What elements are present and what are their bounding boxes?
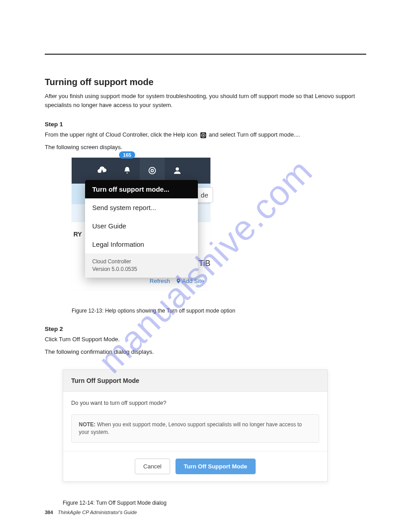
svg-point-4 bbox=[151, 169, 154, 172]
section-title: Turning off support mode bbox=[45, 77, 366, 87]
step1-text-b: and select Turn off support mode.... bbox=[209, 131, 300, 138]
dialog-note-body: When you exit support mode, Lenovo suppo… bbox=[79, 421, 302, 435]
help-menu-screenshot: 165 de 26 TiB Turn off support mode... S… bbox=[72, 158, 210, 290]
help-icon bbox=[200, 132, 206, 138]
menu-send-system-report[interactable]: Send system report... bbox=[85, 198, 198, 217]
step1-text-a: From the upper right of Cloud Controller… bbox=[45, 131, 197, 138]
step1-heading: Step 1 bbox=[45, 121, 366, 128]
figure-caption-1: Figure 12-13: Help options showing the T… bbox=[72, 308, 366, 314]
product-version: Version 5.0.0.0535 bbox=[92, 266, 191, 273]
dialog-body: Do you want to turn off support mode? NO… bbox=[63, 392, 327, 451]
step2-text2: The following confirmation dialog displa… bbox=[45, 348, 366, 356]
row-left-fragment: RY bbox=[72, 231, 84, 238]
add-site-link[interactable]: Add Site bbox=[176, 278, 204, 284]
intro-paragraph: After you finish using support mode for … bbox=[45, 92, 366, 109]
page-footer: 384 ThinkAgile CP Administrator's Guide bbox=[45, 510, 137, 515]
menu-user-guide[interactable]: User Guide bbox=[85, 217, 198, 235]
step1-text: From the upper right of Cloud Controller… bbox=[45, 130, 366, 139]
notifications-count-badge: 165 bbox=[119, 151, 135, 159]
help-dropdown-menu: Turn off support mode... Send system rep… bbox=[85, 180, 198, 278]
turn-off-support-dialog: Turn Off Support Mode Do you want to tur… bbox=[63, 369, 328, 482]
svg-point-5 bbox=[176, 167, 179, 171]
menu-version-footer: Cloud Controller Version 5.0.0.0535 bbox=[85, 253, 198, 278]
menu-turn-off-support-mode[interactable]: Turn off support mode... bbox=[85, 180, 198, 198]
doc-title: ThinkAgile CP Administrator's Guide bbox=[58, 510, 137, 515]
step2-text: Click Turn Off Support Mode. bbox=[45, 335, 366, 344]
dialog-title: Turn Off Support Mode bbox=[63, 370, 327, 392]
add-site-label: Add Site bbox=[182, 278, 204, 284]
cancel-button[interactable]: Cancel bbox=[135, 459, 170, 474]
menu-legal-information[interactable]: Legal Information bbox=[85, 235, 198, 253]
dialog-note: NOTE: When you exit support mode, Lenovo… bbox=[71, 414, 319, 443]
dialog-note-label: NOTE: bbox=[79, 421, 95, 428]
step1-text2: The following screen displays. bbox=[45, 143, 366, 152]
page-number: 384 bbox=[45, 510, 56, 515]
truncated-mode-button: de bbox=[196, 187, 213, 203]
figure-caption-2: Figure 12-14: Turn Off Support Mode dial… bbox=[63, 500, 366, 506]
step2-heading: Step 2 bbox=[45, 326, 366, 332]
product-name: Cloud Controller bbox=[92, 258, 191, 266]
refresh-link[interactable]: Refresh bbox=[150, 278, 170, 284]
dialog-footer: Cancel Turn Off Support Mode bbox=[63, 451, 327, 481]
turn-off-support-mode-button[interactable]: Turn Off Support Mode bbox=[176, 459, 256, 474]
dialog-question: Do you want to turn off support mode? bbox=[71, 400, 319, 406]
svg-point-3 bbox=[149, 167, 156, 174]
